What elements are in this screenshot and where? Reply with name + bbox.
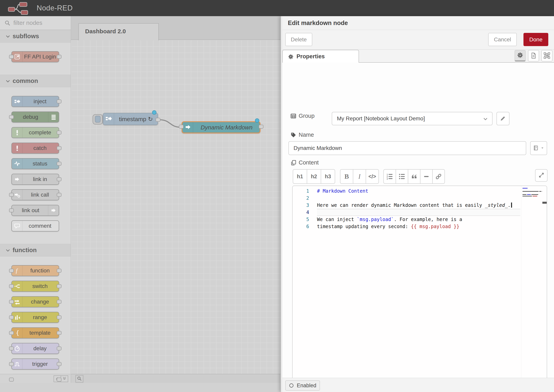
timestamp-output-port[interactable]: [156, 118, 160, 122]
chevron-down-icon: [5, 34, 11, 39]
heading2-button[interactable]: h2: [307, 169, 321, 184]
unordered-list-button[interactable]: [396, 169, 408, 184]
group-select[interactable]: My Report [Notebook Layout Demo]: [332, 112, 492, 125]
code-line-2[interactable]: 2: [293, 195, 547, 202]
current-line-highlight: [317, 209, 520, 216]
pages-icon: [290, 160, 296, 166]
palette-search[interactable]: [0, 16, 71, 30]
palette-category-subflows[interactable]: subflows: [0, 30, 71, 42]
code-line-1[interactable]: 1# Markdown Content: [293, 188, 547, 195]
workspace-footer: [71, 374, 281, 383]
properties-tab-button[interactable]: [515, 50, 526, 62]
palette-node-switch[interactable]: switch: [11, 281, 59, 292]
double-chevron-down-icon: [62, 377, 67, 381]
appearance-tab-button[interactable]: [541, 50, 552, 62]
palette-node-change[interactable]: change: [11, 296, 59, 307]
tray-tab-row: Properties: [282, 50, 554, 63]
palette-node-debug[interactable]: debug: [11, 112, 59, 123]
heading1-button[interactable]: h1: [293, 169, 307, 184]
palette-node-link-out[interactable]: link out: [11, 205, 59, 216]
chevron-down-icon: [483, 116, 488, 122]
left-port: [9, 378, 14, 382]
search-input[interactable]: [13, 16, 68, 29]
expand-editor-button[interactable]: [535, 169, 547, 182]
palette-node-function[interactable]: f function: [11, 265, 59, 276]
link-in-icon: [12, 174, 22, 184]
unordered-list-icon: [399, 173, 405, 180]
tray-resize-handle[interactable]: [281, 16, 282, 392]
svg-text:f: f: [16, 267, 18, 274]
bold-button[interactable]: B: [340, 169, 353, 184]
cancel-button[interactable]: Cancel: [488, 33, 517, 46]
markdown-output-port[interactable]: [259, 125, 263, 129]
tray-title-row: Edit markdown node: [282, 16, 554, 30]
code-button[interactable]: </>: [366, 169, 379, 184]
overview-ruler-marker: [542, 202, 547, 204]
chevron-down-icon: [5, 248, 11, 253]
blockquote-button[interactable]: [408, 169, 421, 184]
code-line-6[interactable]: 6timestamp updating every second: {{ msg…: [293, 223, 547, 230]
palette-node-link-in[interactable]: link in: [11, 174, 59, 185]
palette-node-trigger[interactable]: trigger: [11, 358, 59, 370]
tab-dashboard-2-0[interactable]: Dashboard 2.0: [78, 23, 159, 40]
tab-properties[interactable]: Properties: [282, 50, 359, 63]
node-timestamp[interactable]: timestamp ↻: [103, 113, 158, 125]
node-red-app: Node-RED subflows FF API Login common in…: [0, 0, 554, 392]
palette-node-comment[interactable]: comment: [11, 220, 59, 231]
code-line-5[interactable]: 5We can inject `msg.payload`. For exampl…: [293, 216, 547, 223]
tray-title: Edit markdown node: [288, 20, 348, 27]
workspace-grid[interactable]: [71, 40, 281, 374]
editor-minimap[interactable]: [522, 188, 542, 197]
palette-node-delay[interactable]: delay: [11, 343, 59, 354]
chevron-down-icon: [5, 78, 11, 84]
palette-category-function[interactable]: function: [0, 244, 71, 257]
code-line-4[interactable]: 4: [293, 209, 547, 216]
minimap-divider: [521, 186, 521, 392]
line-text: # Markdown Content: [317, 188, 368, 195]
palette-node-label: template: [22, 328, 57, 338]
palette-node-status[interactable]: status: [11, 158, 59, 169]
right-port: [57, 331, 62, 335]
markdown-code-editor[interactable]: 1# Markdown Content23Here we can render …: [292, 186, 547, 392]
markdown-input-port[interactable]: [179, 125, 184, 129]
palette-node-range[interactable]: range: [11, 312, 59, 323]
palette-node-complete[interactable]: complete: [11, 127, 59, 138]
line-number: 4: [293, 209, 309, 216]
link-button[interactable]: [432, 169, 445, 184]
markdown-arrow-icon: [182, 122, 193, 133]
palette-node-label: switch: [22, 281, 57, 291]
zoom-search-button[interactable]: [76, 375, 83, 383]
code-line-3[interactable]: 3Here we can render dynamic Markdown con…: [293, 202, 547, 209]
done-button[interactable]: Done: [523, 33, 548, 46]
content-label: Content: [290, 159, 319, 166]
ordered-list-button[interactable]: 123: [383, 169, 396, 184]
palette-node-template[interactable]: { template: [11, 327, 59, 338]
inject-trigger-button[interactable]: [93, 114, 103, 125]
tray-footer: Enabled: [282, 378, 554, 392]
horizontal-rule-button[interactable]: [420, 169, 433, 184]
palette-node-link-call[interactable]: link call: [11, 189, 59, 200]
heading3-button[interactable]: h3: [321, 169, 335, 184]
left-port: [9, 193, 14, 197]
flow-workspace[interactable]: Dashboard 2.0 timestamp ↻ Dynamic Markdo…: [71, 16, 281, 383]
name-input[interactable]: [288, 141, 526, 155]
palette-category-common[interactable]: common: [0, 75, 71, 87]
node-label: Dynamic Markdown: [193, 122, 260, 133]
workspace-tabbar: Dashboard 2.0: [71, 16, 281, 40]
line-number: 5: [293, 216, 309, 223]
name-type-button[interactable]: [530, 141, 547, 155]
palette-node-ff-api-login[interactable]: FF API Login: [11, 51, 59, 62]
edit-group-button[interactable]: [497, 112, 510, 125]
node-enabled-toggle[interactable]: Enabled: [285, 380, 320, 391]
node-dynamic-markdown[interactable]: Dynamic Markdown: [182, 121, 260, 133]
line-text: We can inject `msg.payload`. For example…: [317, 216, 462, 223]
italic-button[interactable]: I: [353, 169, 366, 184]
delete-button[interactable]: Delete: [285, 33, 312, 46]
palette-node-inject[interactable]: inject: [11, 96, 59, 107]
palette-node-catch[interactable]: catch: [11, 143, 59, 154]
expand-all-button[interactable]: [61, 375, 68, 382]
palette-node-label: status: [22, 159, 57, 169]
description-tab-button[interactable]: [528, 50, 539, 62]
category-label: common: [13, 77, 38, 84]
right-port: [57, 300, 62, 304]
